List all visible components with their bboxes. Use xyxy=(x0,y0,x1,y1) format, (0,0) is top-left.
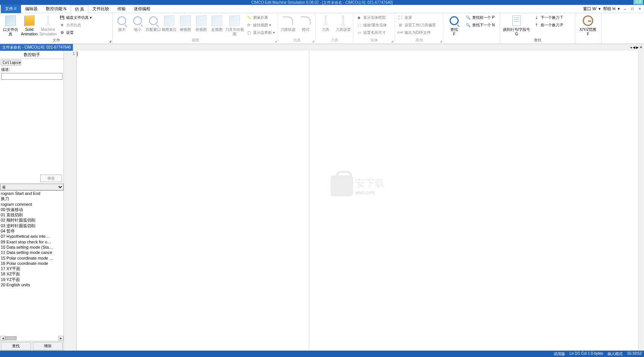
find-prev-button[interactable]: 🔍查找前一个 P xyxy=(464,14,496,21)
rotate-view-button[interactable]: ⟳旋转视图 ▾ xyxy=(245,21,276,29)
mode-button[interactable]: 模式 xyxy=(297,14,314,32)
list-item[interactable]: 10 Data setting mode (Sta… xyxy=(0,245,64,250)
collapse-button[interactable]: Collapse xyxy=(1,60,21,65)
settings-button[interactable]: ⚙设置 xyxy=(58,29,93,36)
disk-sim-button[interactable]: 💾磁盘文件仿真 ▾ xyxy=(58,14,93,21)
watermark: 安下载 anxz.com xyxy=(330,175,385,196)
list-item[interactable]: 16 Polar coordinate mode xyxy=(0,261,64,266)
xyz-range-button[interactable]: X/Y/Z范围 F xyxy=(577,14,599,36)
tab-mini[interactable]: 迷你编程 xyxy=(130,5,155,13)
expand-icon[interactable]: ◢ xyxy=(274,39,277,43)
list-item[interactable]: 07 Hypothetical axis inte… xyxy=(0,234,64,239)
prev-tool-button[interactable]: ⇡前一个换刀 P xyxy=(532,21,564,29)
add-button[interactable]: 增加 xyxy=(33,342,63,350)
list-item[interactable]: 19 YZ平面 xyxy=(0,277,64,282)
next-tool-button[interactable]: ⇣下一个换刀 T xyxy=(532,14,564,21)
tab-editor[interactable]: 编辑器 xyxy=(21,5,42,13)
zoom-out-button[interactable]: 缩小 xyxy=(130,14,145,32)
offset-icon: ⊞ xyxy=(398,23,403,28)
full-icon: ⛶ xyxy=(398,15,403,20)
close-button[interactable]: × xyxy=(637,6,642,12)
tab-close[interactable]: ✕ xyxy=(639,46,642,49)
find-button[interactable]: 查找 xyxy=(1,342,31,350)
tooldir-icon xyxy=(229,15,240,26)
tab-simulation[interactable]: 仿 真 xyxy=(71,5,88,14)
offset-button[interactable]: ⊞设置工件/刀具偏置 xyxy=(396,21,437,29)
list-item[interactable]: 15 Polar coordinate mode … xyxy=(0,255,64,261)
scroll-thumb[interactable] xyxy=(5,336,17,340)
zoom-in-button[interactable]: 放大 xyxy=(114,14,129,32)
close-sim-button[interactable]: ✖关闭仿真 xyxy=(58,21,93,29)
find-next-button[interactable]: 🔍查找下一个 N xyxy=(464,21,496,29)
list-item[interactable]: 换刀 xyxy=(0,196,64,201)
list-item[interactable]: 18 XZ平面 xyxy=(0,271,64,276)
description-input[interactable] xyxy=(1,73,62,80)
measure-button[interactable]: 📏测量距离 xyxy=(245,14,276,21)
show-solid-button[interactable]: ◆显示实体模型 xyxy=(355,14,388,21)
v-scrollbar[interactable] xyxy=(638,51,644,351)
menu-help[interactable]: 帮助 H xyxy=(603,6,615,12)
list-item[interactable]: 02 顺时针圆弧切削 xyxy=(0,217,64,223)
export-dxf-button[interactable]: DXF输出为DXF文件 xyxy=(396,29,437,36)
front-icon xyxy=(196,15,206,26)
goto-line-button[interactable]: 跳到行号/字段号 G xyxy=(502,14,532,36)
description-label: 描述: xyxy=(0,66,64,73)
minimize-button[interactable]: – xyxy=(622,6,627,12)
solid-animation-button[interactable]: Solid Animation xyxy=(20,14,38,36)
tab-scroll-start[interactable]: ◂ xyxy=(630,46,632,49)
list-item[interactable]: 11 Data setting mode cance xyxy=(0,250,64,255)
tool-setup-icon xyxy=(339,15,348,26)
text-area[interactable]: 安下载 anxz.com xyxy=(77,51,638,351)
fit-window-button[interactable]: 匹配窗口 xyxy=(146,14,161,32)
tool-button[interactable]: 刀具 xyxy=(317,14,334,32)
expand-icon[interactable]: ◢ xyxy=(109,39,111,43)
tab-scroll-next[interactable]: ▶ xyxy=(636,46,639,49)
list-item[interactable]: 17 XY平面 xyxy=(0,266,64,271)
find-next-icon: 🔍 xyxy=(465,23,471,28)
tab-scroll-prev[interactable]: ◀ xyxy=(633,46,635,49)
expand-icon[interactable]: ◢ xyxy=(312,39,314,43)
maximize-button[interactable]: □ xyxy=(630,6,635,12)
left-view-button[interactable]: 左视图 xyxy=(209,14,224,32)
expand-icon[interactable]: ◢ xyxy=(440,39,442,43)
fullscreen-button[interactable]: ⛶全屏 xyxy=(396,14,437,21)
find-prev-icon: 🔍 xyxy=(465,15,471,20)
modify-button[interactable]: 修改 xyxy=(40,175,62,182)
tab-compare[interactable]: 文件比较 xyxy=(88,5,113,13)
toolpath-button[interactable]: 刀路轨迹 xyxy=(280,14,297,32)
zoom-in-icon xyxy=(117,16,126,25)
machine-sim-button[interactable]: Machine Simulation xyxy=(39,14,57,36)
category-select[interactable]: 省 xyxy=(0,184,64,190)
tab-file[interactable]: 文件 F xyxy=(1,5,21,13)
list-item[interactable]: rogram Start and End xyxy=(0,191,64,196)
workspace: 数控助手 Collapse 描述: 修改 省 rogram Start and … xyxy=(0,51,644,351)
bounds-button[interactable]: ▢显示边界框 ▾ xyxy=(245,29,276,36)
list-item[interactable]: 01 直线切削 xyxy=(0,212,64,217)
import-sim-button[interactable]: 口文件仿真 xyxy=(2,14,20,36)
find-button[interactable]: 查找 F xyxy=(445,14,463,36)
h-scrollbar[interactable]: ◀ ▶ xyxy=(0,336,64,341)
scroll-right-icon[interactable]: ▶ xyxy=(58,336,64,340)
code-list[interactable]: rogram Start and End 换刀 rogram comment 0… xyxy=(0,190,64,336)
document-tab[interactable]: 文件未命名 - CIMCO公司: 021-67747640 xyxy=(0,44,73,51)
tool-setup-button[interactable]: 刀具设置 xyxy=(335,14,352,32)
solid-icon: ◆ xyxy=(356,15,362,20)
find-icon xyxy=(450,16,459,25)
list-item[interactable]: 20 English units xyxy=(0,282,64,287)
front-view-button[interactable]: 前视图 xyxy=(194,14,209,32)
list-item[interactable]: 00 快速移动 xyxy=(0,207,64,212)
stock-size-button[interactable]: ▭设置毛坯尺寸 xyxy=(355,29,388,36)
top-view-button[interactable]: 俯视图 xyxy=(178,14,193,32)
tab-nc[interactable]: 数控功能 N xyxy=(42,5,71,13)
list-item[interactable]: rogram comment xyxy=(0,202,64,207)
list-item[interactable]: 03 逆时针圆弧切削 xyxy=(0,223,64,228)
regen-solid-button[interactable]: ⬚缩放/重生实体 xyxy=(355,21,388,29)
menu-window[interactable]: 窗口 W xyxy=(583,6,596,12)
expand-icon[interactable]: ◢ xyxy=(391,39,393,43)
tool-dir-button[interactable]: 刀具方向视图 xyxy=(225,14,244,36)
list-item[interactable]: 09 Exact stop check for o… xyxy=(0,239,64,245)
scroll-left-icon[interactable]: ◀ xyxy=(0,336,5,340)
list-item[interactable]: 04 暂停 xyxy=(0,228,64,234)
view-reset-button[interactable]: 视图复位 xyxy=(162,14,177,32)
tab-transfer[interactable]: 传输 xyxy=(113,5,130,13)
